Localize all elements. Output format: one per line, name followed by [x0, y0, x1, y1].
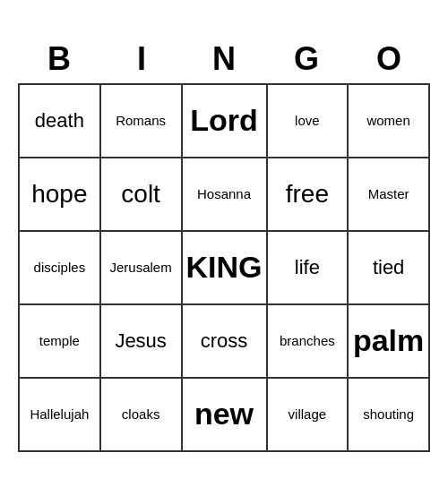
bingo-cell[interactable]: cross [183, 305, 268, 379]
header-letter: B [18, 35, 100, 83]
bingo-cell[interactable]: palm [349, 305, 430, 379]
cell-text: colt [121, 181, 160, 209]
header-letter: I [100, 35, 183, 83]
cell-text: love [295, 114, 320, 129]
cell-text: cross [201, 330, 248, 352]
cell-text: shouting [363, 407, 414, 423]
bingo-cell[interactable]: Jesus [101, 305, 183, 379]
cell-text: branches [280, 334, 335, 349]
cell-text: Lord [190, 104, 258, 137]
cell-text: Hosanna [197, 187, 251, 202]
bingo-cell[interactable]: tied [349, 232, 430, 305]
bingo-cell[interactable]: KING [183, 232, 268, 305]
cell-text: women [366, 114, 409, 129]
bingo-cell[interactable]: shouting [349, 379, 430, 452]
bingo-cell[interactable]: Hosanna [183, 158, 268, 232]
header-letter: O [348, 35, 430, 83]
cell-text: cloaks [122, 407, 160, 423]
cell-text: life [295, 257, 320, 278]
bingo-cell[interactable]: hope [20, 158, 101, 232]
cell-text: temple [39, 334, 80, 349]
bingo-cell[interactable]: disciples [20, 232, 101, 305]
cell-text: Jesus [115, 330, 166, 352]
cell-text: KING [186, 251, 263, 284]
header-letter: G [265, 35, 348, 83]
bingo-cell[interactable]: temple [20, 305, 101, 379]
bingo-cell[interactable]: love [268, 85, 349, 158]
bingo-cell[interactable]: life [268, 232, 349, 305]
bingo-cell[interactable]: women [349, 85, 430, 158]
header-letter: N [183, 35, 265, 83]
cell-text: hope [31, 181, 87, 209]
bingo-cell[interactable]: free [268, 158, 349, 232]
bingo-cell[interactable]: death [20, 85, 101, 158]
bingo-cell[interactable]: Romans [101, 85, 183, 158]
cell-text: disciples [34, 261, 86, 276]
bingo-cell[interactable]: branches [268, 305, 349, 379]
cell-text: village [289, 407, 327, 423]
bingo-cell[interactable]: colt [101, 158, 183, 232]
cell-text: Jerusalem [110, 261, 172, 276]
cell-text: palm [353, 324, 424, 357]
cell-text: Hallelujah [30, 407, 89, 423]
cell-text: Master [368, 187, 409, 202]
cell-text: new [194, 397, 254, 431]
cell-text: free [286, 181, 329, 209]
bingo-cell[interactable]: Lord [183, 85, 268, 158]
bingo-cell[interactable]: Jerusalem [101, 232, 183, 305]
cell-text: death [35, 110, 84, 132]
cell-text: tied [373, 257, 404, 278]
bingo-cell[interactable]: Master [349, 158, 430, 232]
bingo-cell[interactable]: cloaks [101, 379, 183, 452]
bingo-cell[interactable]: village [268, 379, 349, 452]
cell-text: Romans [116, 114, 166, 129]
bingo-cell[interactable]: Hallelujah [20, 379, 101, 452]
bingo-cell[interactable]: new [183, 379, 268, 452]
